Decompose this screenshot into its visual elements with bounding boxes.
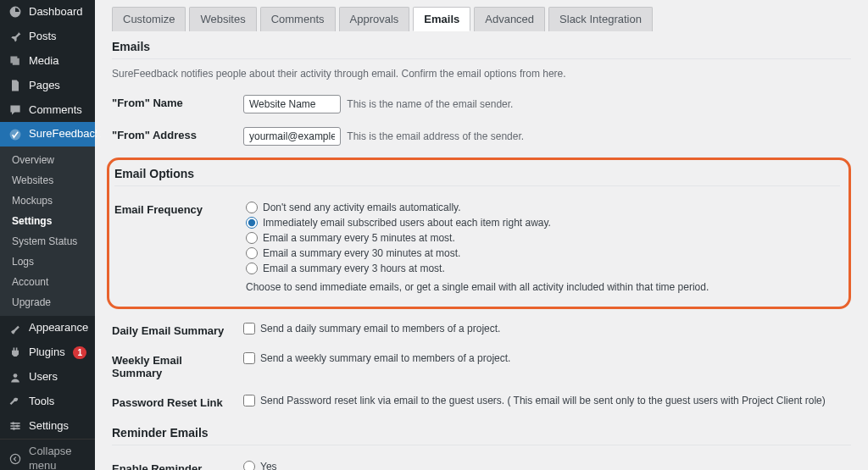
nav-plugins[interactable]: Plugins 1 [0, 340, 95, 365]
email-options-table: Email Frequency Don't send any activity … [114, 195, 840, 300]
from-address-input[interactable] [243, 127, 341, 146]
weekly-summary-checkbox[interactable] [243, 352, 255, 364]
main-content: Customize Websites Comments Approvals Em… [95, 0, 868, 470]
tab-emails[interactable]: Emails [413, 7, 470, 31]
nav-label: Collapse menu [29, 445, 86, 470]
nav-label: Posts [29, 30, 86, 44]
emails-heading: Emails [112, 40, 851, 53]
page-icon [8, 79, 22, 92]
freq-opt-label: Email a summary every 30 minutes at most… [263, 247, 460, 259]
nav-label: Dashboard [29, 5, 86, 19]
svg-point-7 [13, 428, 15, 430]
subnav-logs[interactable]: Logs [0, 252, 95, 272]
nav-media[interactable]: Media [0, 49, 95, 74]
tab-customize[interactable]: Customize [112, 7, 186, 31]
nav-label: Settings [29, 419, 86, 434]
settings-icon [8, 419, 22, 433]
nav-users[interactable]: Users [0, 365, 95, 390]
nav-label: Users [29, 370, 86, 384]
reminder-heading: Reminder Emails [112, 426, 851, 440]
subnav-overview[interactable]: Overview [0, 150, 95, 170]
nav-surefeedback[interactable]: SureFeedback [0, 122, 95, 147]
media-icon [8, 54, 22, 68]
reminder-table: Enable Reminder Emails Yes No [112, 454, 851, 470]
daily-summary-text: Send a daily summary email to members of… [260, 323, 500, 335]
nav-pages[interactable]: Pages [0, 74, 95, 98]
subnav-upgrade[interactable]: Upgrade [0, 292, 95, 312]
nav-appearance[interactable]: Appearance [0, 316, 95, 340]
plugin-icon [8, 346, 22, 360]
brush-icon [8, 322, 22, 335]
nav-label: Plugins [29, 346, 66, 360]
divider [112, 58, 851, 59]
reminder-radio-yes[interactable] [243, 461, 255, 470]
tab-approvals[interactable]: Approvals [339, 7, 410, 31]
wrench-icon [8, 395, 22, 408]
subnav-account[interactable]: Account [0, 272, 95, 292]
subnav-system-status[interactable]: System Status [0, 231, 95, 252]
freq-note: Choose to send immediate emails, or get … [246, 281, 840, 293]
svg-point-6 [16, 425, 19, 428]
subnav-websites[interactable]: Websites [0, 170, 95, 191]
divider [112, 445, 851, 445]
password-reset-checkbox[interactable] [243, 395, 255, 406]
user-icon [8, 371, 22, 384]
pin-icon [8, 30, 22, 43]
tab-websites[interactable]: Websites [189, 7, 256, 31]
tab-slack[interactable]: Slack Integration [548, 7, 653, 31]
surefeedback-icon [8, 128, 22, 141]
comment-icon [8, 103, 22, 117]
nav-posts[interactable]: Posts [0, 25, 95, 49]
reminder-yes-label: Yes [260, 461, 277, 470]
from-address-label: "From" Address [112, 120, 243, 152]
subnav-mockups[interactable]: Mockups [0, 191, 95, 211]
svg-point-1 [14, 373, 18, 378]
daily-summary-checkbox[interactable] [243, 323, 255, 335]
nav-comments[interactable]: Comments [0, 98, 95, 123]
freq-opt-label: Immediately email subscribed users about… [263, 217, 551, 229]
nav-label: Pages [29, 79, 86, 93]
daily-summary-label: Daily Email Summary [112, 316, 243, 346]
divider [114, 185, 840, 186]
weekly-summary-label: Weekly Email Summary [112, 346, 243, 388]
nav-dashboard[interactable]: Dashboard [0, 0, 95, 25]
email-sender-table: "From" Name This is the name of the emai… [112, 88, 851, 152]
admin-sidebar: Dashboard Posts Media Pages Comments Sur… [0, 0, 95, 470]
from-name-label: "From" Name [112, 88, 243, 120]
email-options-highlight: Email Options Email Frequency Don't send… [107, 158, 851, 309]
freq-opt-label: Email a summary every 5 minutes at most. [263, 232, 455, 244]
dashboard-icon [8, 5, 22, 19]
nav-label: Tools [29, 395, 86, 409]
freq-radio-none[interactable] [246, 202, 258, 213]
from-name-hint: This is the name of the email sender. [347, 98, 513, 110]
tab-comments[interactable]: Comments [260, 7, 336, 31]
enable-reminder-label: Enable Reminder Emails [112, 454, 243, 470]
password-reset-text: Send Password reset link via email to th… [260, 395, 826, 406]
subnav-settings[interactable]: Settings [0, 211, 95, 231]
weekly-summary-text: Send a weekly summary email to members o… [260, 352, 510, 364]
email-frequency-label: Email Frequency [114, 195, 246, 300]
freq-radio-immediate[interactable] [246, 217, 258, 229]
password-reset-label: Password Reset Link [112, 388, 243, 417]
settings-tabs: Customize Websites Comments Approvals Em… [112, 7, 851, 31]
from-name-input[interactable] [243, 95, 341, 113]
nav-label: SureFeedback [29, 127, 101, 141]
plugins-badge: 1 [73, 346, 86, 359]
nav-label: Media [29, 54, 86, 69]
from-address-hint: This is the email address of the sender. [347, 130, 524, 142]
nav-tools[interactable]: Tools [0, 390, 95, 414]
svg-point-8 [10, 454, 19, 463]
freq-radio-30min[interactable] [246, 247, 258, 259]
email-summaries-table: Daily Email Summary Send a daily summary… [112, 316, 851, 417]
freq-radio-3hr[interactable] [246, 263, 258, 274]
tab-advanced[interactable]: Advanced [474, 7, 545, 31]
surefeedback-submenu: Overview Websites Mockups Settings Syste… [0, 147, 95, 316]
nav-collapse[interactable]: Collapse menu [0, 439, 95, 470]
freq-radio-5min[interactable] [246, 232, 258, 244]
nav-label: Comments [29, 103, 86, 118]
freq-opt-label: Email a summary every 3 hours at most. [263, 263, 445, 274]
email-options-heading: Email Options [114, 167, 840, 180]
collapse-icon [8, 452, 22, 466]
freq-opt-label: Don't send any activity emails automatic… [263, 202, 461, 213]
nav-settings[interactable]: Settings [0, 414, 95, 439]
